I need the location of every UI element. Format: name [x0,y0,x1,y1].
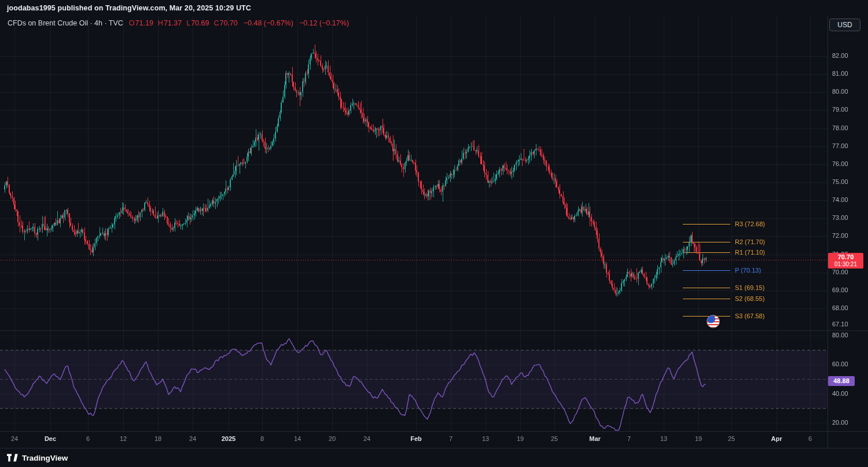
ohlc-letter: C [214,19,219,27]
ohlc-letter: O [129,19,135,27]
time-axis-label: 20 [318,435,346,443]
pivot-label-s2[interactable]: S2 (68.55) [735,295,764,303]
price-scale-label: 76.00 [832,160,848,168]
price-scale-label: 80.00 [832,88,848,95]
time-axis-label: 24 [179,435,207,443]
pivot-label-p[interactable]: P (70.13) [735,266,761,274]
tradingview-snapshot-page: joodabas1995 published on TradingView.co… [0,0,868,467]
time-axis-label: Mar [581,435,609,443]
ohlc-values: O71.19H71.37L70.69C70.70 [129,19,238,27]
time-axis-label: 14 [284,435,311,443]
ohlc-number: 70.70 [219,19,237,27]
time-axis-label: 12 [109,435,137,443]
ohlc-number: 70.69 [191,19,209,27]
tradingview-logo-glyph [7,454,18,462]
ohlc-letter: H [158,19,163,27]
flag-ball-icon[interactable] [707,315,720,328]
price-scale-label: 70.00 [832,269,848,276]
last-price-badge: 70.70 01:30:21 [828,253,863,269]
ohlc-letter: L [186,19,190,27]
price-scale-label: 79.00 [832,106,848,113]
ohlc-number: 71.19 [135,19,153,27]
time-axis-label: 13 [472,435,499,443]
price-scale-label: 68.00 [832,304,848,312]
price-scale-label: 73.00 [832,214,848,222]
time-axis-label: 25 [540,435,568,443]
price-scale-label: 81.00 [832,70,848,78]
extended-change-value: −0.12 (−0.17%) [299,19,349,27]
tradingview-logo-icon[interactable] [7,454,18,462]
ohlc-number: 71.37 [164,19,182,27]
publish-info-text: joodabas1995 published on TradingView.co… [7,4,251,12]
ohlc-item: H71.37 [158,19,182,27]
pivot-label-r3[interactable]: R3 (72.68) [735,220,765,228]
time-axis-label: 25 [718,435,745,443]
time-axis-label: 19 [685,435,712,443]
time-axis-label: 7 [615,435,643,443]
rsi-scale-label: 60.00 [832,361,848,368]
time-axis-label: 6 [796,435,824,443]
time-axis-label: Apr [763,435,790,443]
rsi-scale-label: 80.00 [832,332,848,339]
rsi-scale-label: 20.00 [832,419,848,426]
chart-legend: CFDs on Brent Crude Oil · 4h · TVC O71.1… [8,19,349,27]
time-axis-label: 2025 [215,435,242,443]
time-axis-label: 18 [144,435,172,443]
price-scale-edge-label: 67.10 [832,321,848,328]
pivot-label-s1[interactable]: S1 (69.15) [735,284,764,292]
bar-countdown: 01:30:21 [828,261,863,268]
symbol-title[interactable]: CFDs on Brent Crude Oil · 4h · TVC [8,19,123,27]
price-scale-label: 75.00 [832,178,848,186]
time-axis-label: Feb [402,435,430,443]
time-axis-label: 24 [1,435,28,443]
tradingview-brand-text[interactable]: TradingView [22,454,68,462]
time-axis-label: 19 [506,435,534,443]
ohlc-item: C70.70 [214,19,237,27]
last-price-value: 70.70 [828,253,863,261]
price-scale-label: 69.00 [832,286,848,294]
pivot-label-r1[interactable]: R1 (71.10) [735,248,765,256]
time-axis-label: 24 [353,435,381,443]
time-axis-label: 8 [248,435,276,443]
price-scale-label: 77.00 [832,142,848,150]
price-scale-label: 78.00 [832,124,848,132]
price-scale-label: 82.00 [832,52,848,60]
price-scale-label: 72.00 [832,232,848,240]
publish-info-bar: joodabas1995 published on TradingView.co… [0,0,868,16]
time-axis-label: Dec [36,435,64,443]
currency-usd-button[interactable]: USD [829,19,860,31]
price-scale-label: 74.00 [832,196,848,204]
price-scale[interactable] [827,16,868,431]
time-axis-label: 13 [650,435,678,443]
change-value: −0.48 (−0.67%) [244,19,293,27]
time-axis-label: 7 [437,435,465,443]
footer-bar: TradingView [0,448,868,467]
pivot-label-r2[interactable]: R2 (71.70) [735,238,765,246]
time-axis-label: 6 [74,435,102,443]
rsi-value-badge: 48.88 [828,376,855,386]
rsi-scale-label: 40.00 [832,390,848,398]
ohlc-item: O71.19 [129,19,153,27]
ohlc-item: L70.69 [186,19,209,27]
pivot-label-s3[interactable]: S3 (67.58) [735,312,764,320]
